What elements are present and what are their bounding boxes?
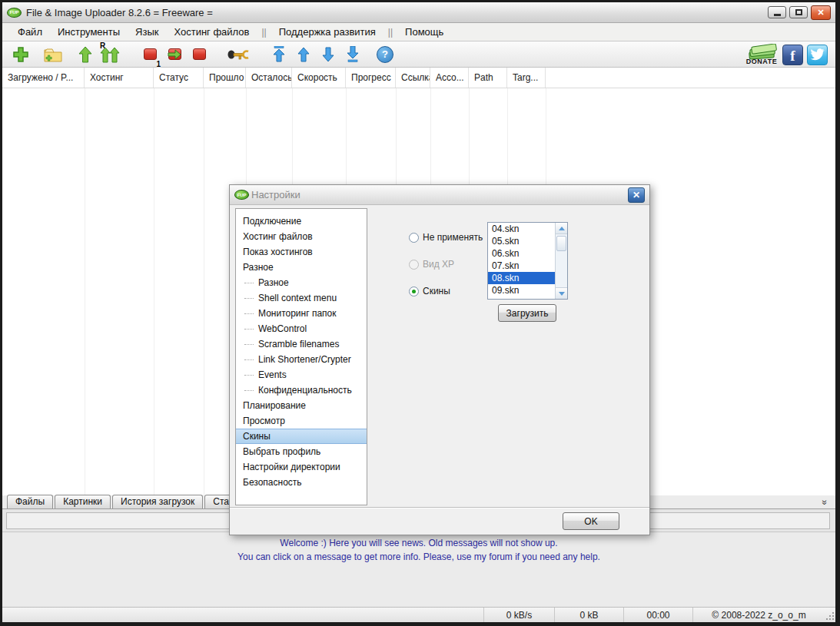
blue-arrow-bottom-icon: [347, 46, 359, 62]
maximize-button[interactable]: [789, 6, 808, 18]
load-skin-button[interactable]: Загрузить: [498, 304, 556, 322]
menu-tools[interactable]: Инструменты: [50, 24, 128, 40]
title-bar[interactable]: FUP File & Image Uploader 8.2.6 = Freewa…: [2, 2, 835, 23]
skin-list-scrollbar[interactable]: [555, 223, 567, 299]
radio-icon: [409, 233, 419, 243]
skin-list-item[interactable]: 06.skn: [488, 247, 555, 260]
facebook-icon: f: [790, 48, 795, 65]
column-header-path[interactable]: Path: [469, 68, 507, 88]
radio-icon-disabled: [409, 260, 419, 270]
red-stop-icon: [144, 48, 157, 60]
minimize-button[interactable]: [768, 6, 786, 18]
menu-support-development[interactable]: Поддержка развития: [271, 24, 383, 40]
key-icon: [227, 48, 251, 61]
donate-button[interactable]: DONATE: [745, 44, 779, 65]
scroll-up-button[interactable]: [556, 223, 567, 234]
tree-item-choose-profile[interactable]: Выбрать профиль: [236, 444, 367, 459]
help-button[interactable]: ?: [373, 43, 397, 66]
add-button[interactable]: [8, 43, 33, 66]
tree-item-directory-settings[interactable]: Настройки директории: [236, 459, 367, 475]
tree-item-misc-sub[interactable]: Разное: [236, 275, 367, 290]
news-message[interactable]: You can click on a message to get more i…: [2, 550, 835, 564]
tree-item-webcontrol[interactable]: WebControl: [236, 321, 367, 336]
move-bottom-button[interactable]: [340, 43, 365, 66]
tree-item-folder-monitoring[interactable]: Мониторинг папок: [236, 306, 367, 321]
scroll-up-icon: [559, 227, 565, 230]
tree-item-connection[interactable]: Подключение: [236, 214, 367, 229]
tree-item-shell-context-menu[interactable]: Shell context menu: [236, 290, 367, 306]
column-header-elapsed[interactable]: Прошло: [204, 68, 246, 88]
app-window: FUP File & Image Uploader 8.2.6 = Freewa…: [2, 2, 835, 622]
skin-list-item[interactable]: 04.skn: [488, 223, 555, 235]
collapse-panel-icon[interactable]: »: [820, 499, 831, 505]
stop-all-button[interactable]: [187, 43, 211, 66]
table-column-separator: [154, 88, 154, 495]
move-top-button[interactable]: [267, 43, 291, 66]
column-header-account[interactable]: Acco...: [430, 68, 469, 88]
toolbar: R 1: [2, 41, 835, 68]
scroll-down-button[interactable]: [556, 287, 567, 299]
radio-skins[interactable]: Скины: [409, 286, 450, 296]
tab-files[interactable]: Файлы: [7, 495, 53, 508]
menu-language[interactable]: Язык: [128, 24, 166, 40]
column-header-progress[interactable]: Прогресс: [346, 68, 396, 88]
tree-item-file-hosting[interactable]: Хостинг файлов: [236, 229, 367, 244]
restart-button[interactable]: [162, 43, 187, 66]
table-column-separator: [204, 88, 204, 495]
blue-arrow-down-icon: [322, 47, 334, 62]
skin-list-item[interactable]: 07.skn: [488, 260, 555, 272]
column-header-speed[interactable]: Скорость: [292, 68, 346, 88]
tree-item-link-shortener[interactable]: Link Shortener/Crypter: [236, 352, 367, 367]
tree-item-misc[interactable]: Разное: [236, 260, 367, 275]
donate-label: DONATE: [746, 58, 777, 65]
menu-help[interactable]: Помощь: [397, 24, 451, 40]
facebook-button[interactable]: f: [782, 45, 803, 65]
menu-file-hosting[interactable]: Хостинг файлов: [166, 24, 257, 40]
resize-grip[interactable]: [825, 608, 835, 622]
dialog-close-button[interactable]: ✕: [628, 187, 645, 203]
tab-upload-history[interactable]: История загрузок: [112, 495, 203, 508]
tree-item-show-hostings[interactable]: Показ хостингов: [236, 244, 367, 260]
blue-arrow-up-icon: [297, 47, 310, 62]
skin-list-item-selected[interactable]: 08.skn: [488, 272, 555, 284]
scrollbar-thumb[interactable]: [556, 236, 566, 251]
column-header-status[interactable]: Статус: [154, 68, 204, 88]
tree-item-privacy[interactable]: Конфиденциальность: [236, 383, 367, 398]
tree-item-scheduling[interactable]: Планирование: [236, 398, 367, 413]
column-header-uploaded[interactable]: Загружено / P...: [2, 68, 85, 88]
upload-start-all-button[interactable]: R: [98, 43, 122, 66]
tree-item-scramble-filenames[interactable]: Scramble filenames: [236, 336, 367, 352]
menu-file[interactable]: Файл: [10, 24, 50, 40]
close-button[interactable]: ✕: [811, 5, 831, 20]
tab-images[interactable]: Картинки: [55, 495, 111, 508]
move-up-button[interactable]: [291, 43, 316, 66]
skin-list-item[interactable]: 09.skn: [488, 284, 555, 296]
radio-do-not-apply[interactable]: Не применять: [409, 232, 483, 243]
column-header-remaining[interactable]: Осталось: [246, 68, 292, 88]
minimize-icon: [774, 14, 781, 16]
tree-item-view[interactable]: Просмотр: [236, 413, 367, 429]
twitter-button[interactable]: [807, 45, 828, 65]
dialog-title-bar[interactable]: FUP Настройки ✕: [230, 185, 649, 205]
tree-item-events[interactable]: Events: [236, 367, 367, 383]
column-header-hosting[interactable]: Хостинг: [85, 68, 154, 88]
tree-item-skins[interactable]: Скины: [236, 429, 367, 444]
app-icon: FUP: [7, 8, 22, 18]
upload-start-button[interactable]: [73, 43, 98, 66]
column-header-link[interactable]: Ссылка: [396, 68, 430, 88]
column-header-target[interactable]: Targ...: [507, 68, 546, 88]
blue-arrow-top-icon: [273, 46, 285, 62]
news-message[interactable]: Welcome :) Here you will see news. Old m…: [2, 536, 835, 550]
stop-current-button[interactable]: 1: [138, 43, 162, 66]
settings-dialog: FUP Настройки ✕ Подключение Хостинг файл…: [229, 184, 650, 535]
radio-icon-checked: [409, 287, 419, 296]
twitter-bird-icon: [810, 48, 825, 61]
authorization-key-button[interactable]: [227, 43, 251, 66]
ok-button[interactable]: OK: [563, 512, 619, 530]
menu-bar: Файл Инструменты Язык Хостинг файлов || …: [2, 23, 835, 41]
tree-item-security[interactable]: Безопасность: [236, 475, 367, 490]
skin-list-item[interactable]: 05.skn: [488, 235, 555, 247]
add-folder-button[interactable]: [41, 43, 65, 66]
move-down-button[interactable]: [316, 43, 340, 66]
one-badge: 1: [156, 60, 161, 68]
